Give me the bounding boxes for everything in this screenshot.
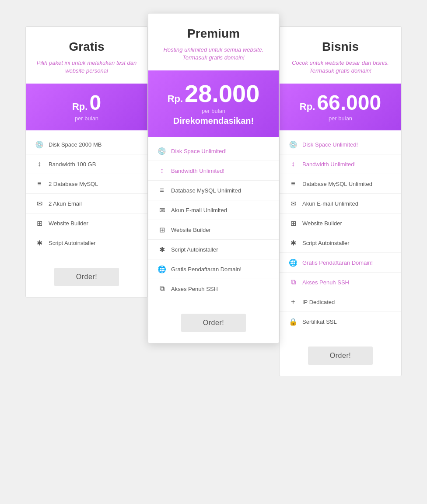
- plan-card-bisnis: BisnisCocok untuk website besar dan bisn…: [279, 26, 402, 376]
- feature-text: Database MySQL Unlimited: [302, 181, 372, 187]
- plan-header-gratis: GratisPilih paket ini untuk melakukan te…: [26, 27, 147, 84]
- price-prefix-premium: Rp.: [168, 93, 183, 105]
- feature-text: Script Autoinstaller: [49, 240, 96, 246]
- builder-icon: ⊞: [35, 218, 44, 228]
- email-icon: ✉: [157, 205, 167, 215]
- feature-item: ⊞Website Builder: [280, 214, 401, 233]
- feature-item: ✉Akun E-mail Unlimited: [280, 194, 401, 214]
- feature-item: ≡Database MySQL Unlimited: [148, 181, 279, 200]
- feature-item: ✱Script Autoinstaller: [280, 233, 401, 253]
- feature-text: Bandwidth Unlimited!: [171, 168, 224, 174]
- feature-text: Sertifikat SSL: [302, 318, 337, 325]
- feature-text: Gratis Pendaftaran Domain!: [171, 266, 242, 273]
- ip-icon: +: [288, 297, 298, 307]
- feature-item: ✉2 Akun Email: [26, 194, 147, 214]
- script-icon: ✱: [157, 245, 167, 254]
- feature-text: Website Builder: [49, 220, 88, 227]
- price-period-bisnis: per bulan: [288, 115, 392, 122]
- feature-text: Gratis Pendaftaran Domain!: [302, 259, 373, 266]
- feature-item: ⧉Akses Penuh SSH: [148, 279, 279, 298]
- features-list-bisnis: 💿Disk Space Unlimited!↕Bandwidth Unlimit…: [280, 130, 401, 336]
- database-icon: ≡: [35, 179, 44, 189]
- order-section-bisnis: Order!: [280, 336, 401, 376]
- script-icon: ✱: [288, 238, 298, 248]
- ssh-icon: ⧉: [157, 284, 167, 294]
- recommended-badge-premium: Direkomendasikan!: [157, 116, 270, 126]
- feature-item: ≡Database MySQL Unlimited: [280, 174, 401, 194]
- domain-icon: 🌐: [157, 264, 167, 274]
- feature-text: Bandwidth 100 GB: [49, 161, 96, 168]
- builder-icon: ⊞: [288, 218, 298, 228]
- order-section-premium: Order!: [148, 303, 279, 343]
- feature-text: Akun E-mail Unlimited: [171, 207, 227, 214]
- order-button-bisnis[interactable]: Order!: [308, 346, 373, 365]
- feature-item: ✱Script Autoinstaller: [148, 240, 279, 259]
- feature-item: ↕Bandwidth Unlimited!: [148, 161, 279, 181]
- feature-item: 💿Disk Space Unlimited!: [280, 135, 401, 154]
- email-icon: ✉: [35, 199, 44, 208]
- plan-name-gratis: Gratis: [35, 40, 139, 54]
- feature-item: 🔒Sertifikat SSL: [280, 312, 401, 331]
- ssl-icon: 🔒: [288, 317, 298, 326]
- feature-text: Akses Penuh SSH: [171, 286, 218, 292]
- bandwidth-icon: ↕: [157, 166, 167, 175]
- price-value-bisnis: 66.000: [317, 92, 381, 113]
- feature-text: Disk Space Unlimited!: [171, 148, 227, 154]
- feature-item: ↕Bandwidth 100 GB: [26, 154, 147, 174]
- feature-text: Script Autoinstaller: [302, 240, 350, 246]
- order-button-gratis[interactable]: Order!: [54, 268, 119, 286]
- database-icon: ≡: [157, 186, 167, 195]
- plan-card-gratis: GratisPilih paket ini untuk melakukan te…: [25, 26, 148, 298]
- feature-item: ✱Script Autoinstaller: [26, 233, 147, 252]
- feature-text: Disk Space 2000 MB: [49, 141, 102, 148]
- feature-text: Website Builder: [171, 227, 211, 233]
- email-icon: ✉: [288, 199, 298, 208]
- feature-text: Website Builder: [302, 220, 342, 227]
- disk-icon: 💿: [288, 140, 298, 149]
- disk-icon: 💿: [35, 140, 44, 149]
- plan-header-premium: PremiumHosting unlimited untuk semua web…: [148, 14, 279, 70]
- plan-desc-gratis: Pilih paket ini untuk melakukan test dan…: [35, 59, 139, 75]
- price-value-premium: 28.000: [185, 81, 259, 106]
- feature-item: 💿Disk Space Unlimited!: [148, 141, 279, 161]
- features-list-premium: 💿Disk Space Unlimited!↕Bandwidth Unlimit…: [148, 137, 279, 303]
- feature-item: ≡2 Database MySQL: [26, 174, 147, 194]
- ssh-icon: ⧉: [288, 277, 298, 287]
- feature-text: 2 Akun Email: [49, 200, 82, 207]
- feature-item: ⊞Website Builder: [148, 220, 279, 240]
- price-period-gratis: per bulan: [35, 115, 139, 122]
- bandwidth-icon: ↕: [35, 159, 44, 169]
- feature-item: ⧉Akses Penuh SSH: [280, 273, 401, 292]
- feature-text: IP Dedicated: [302, 299, 335, 305]
- feature-item: ↕Bandwidth Unlimited!: [280, 154, 401, 174]
- plan-header-bisnis: BisnisCocok untuk website besar dan bisn…: [280, 27, 401, 84]
- domain-icon: 🌐: [288, 258, 298, 267]
- builder-icon: ⊞: [157, 225, 167, 234]
- feature-item: 💿Disk Space 2000 MB: [26, 135, 147, 154]
- plan-name-premium: Premium: [157, 27, 270, 41]
- price-banner-bisnis: Rp.66.000per bulan: [280, 84, 401, 130]
- plan-desc-premium: Hosting unlimited untuk semua website. T…: [157, 46, 270, 62]
- feature-item: ⊞Website Builder: [26, 214, 147, 233]
- price-value-gratis: 0: [89, 92, 101, 113]
- price-prefix-bisnis: Rp.: [300, 101, 315, 112]
- feature-text: Akun E-mail Unlimited: [302, 200, 358, 207]
- pricing-container: GratisPilih paket ini untuk melakukan te…: [25, 26, 402, 376]
- order-button-premium[interactable]: Order!: [181, 314, 246, 332]
- price-period-premium: per bulan: [157, 108, 270, 114]
- feature-text: Database MySQL Unlimited: [171, 187, 241, 194]
- feature-item: 🌐Gratis Pendaftaran Domain!: [280, 253, 401, 273]
- bandwidth-icon: ↕: [288, 159, 298, 169]
- feature-text: Disk Space Unlimited!: [302, 141, 358, 148]
- order-section-gratis: Order!: [26, 257, 147, 297]
- feature-item: 🌐Gratis Pendaftaran Domain!: [148, 259, 279, 279]
- price-banner-gratis: Rp.0per bulan: [26, 84, 147, 130]
- database-icon: ≡: [288, 179, 298, 189]
- price-prefix-gratis: Rp.: [72, 101, 88, 112]
- plan-desc-bisnis: Cocok untuk website besar dan bisnis. Te…: [288, 59, 392, 75]
- disk-icon: 💿: [157, 146, 167, 156]
- feature-text: Bandwidth Unlimited!: [302, 161, 356, 168]
- feature-item: ✉Akun E-mail Unlimited: [148, 200, 279, 220]
- features-list-gratis: 💿Disk Space 2000 MB↕Bandwidth 100 GB≡2 D…: [26, 130, 147, 257]
- plan-name-bisnis: Bisnis: [288, 40, 392, 54]
